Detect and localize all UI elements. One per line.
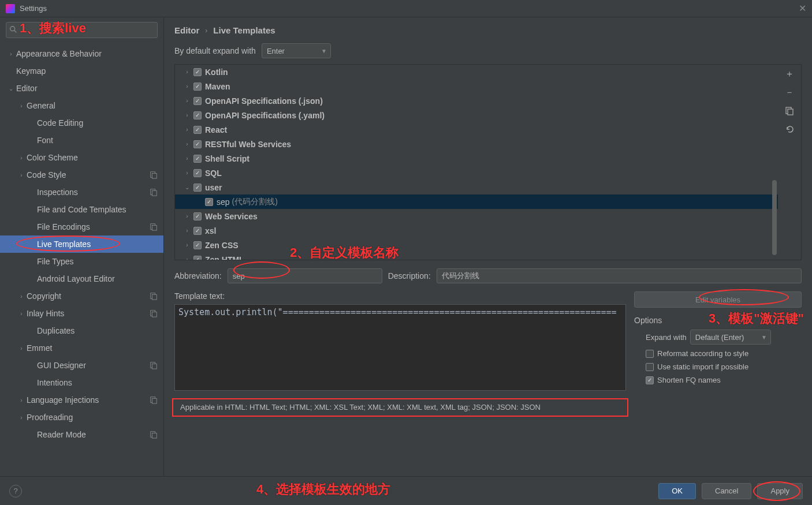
settings-sidebar: 1、搜索live ›Appearance & BehaviorKeymap⌄Ed…: [0, 17, 164, 476]
remove-template-icon[interactable]: －: [784, 87, 795, 98]
template-checkbox[interactable]: ✓: [193, 97, 202, 105]
template-checkbox[interactable]: ✓: [193, 212, 202, 220]
chevron-right-icon: ›: [205, 27, 207, 35]
breadcrumb-root[interactable]: Editor: [174, 25, 199, 35]
sidebar-item-font[interactable]: Font: [0, 132, 163, 149]
template-checkbox[interactable]: ✓: [193, 126, 202, 134]
cancel-button[interactable]: Cancel: [702, 483, 751, 499]
expand-with-label: Expand with: [646, 333, 687, 342]
template-checkbox[interactable]: ✓: [193, 184, 202, 192]
template-checkbox[interactable]: ✓: [193, 155, 202, 163]
abbreviation-label: Abbreviation:: [174, 271, 222, 280]
svg-rect-17: [152, 433, 157, 438]
sidebar-item-emmet[interactable]: ›Emmet: [0, 339, 163, 357]
chevron-icon: ›: [183, 69, 191, 75]
edit-variables-button[interactable]: Edit variables: [634, 291, 802, 308]
template-item-web-services[interactable]: ›✓Web Services: [175, 209, 778, 223]
static-import-checkbox[interactable]: [646, 363, 654, 371]
apply-button[interactable]: Apply: [757, 483, 803, 499]
settings-tree[interactable]: ›Appearance & BehaviorKeymap⌄Editor›Gene…: [0, 43, 163, 476]
chevron-icon: ›: [183, 213, 191, 219]
sidebar-item-gui-designer[interactable]: GUI Designer: [0, 357, 163, 374]
template-item-user[interactable]: ⌄✓user: [175, 180, 778, 194]
template-item-zen-html[interactable]: ›✓Zen HTML: [175, 252, 778, 260]
close-icon[interactable]: ✕: [799, 3, 806, 14]
sidebar-item-appearance-behavior[interactable]: ›Appearance & Behavior: [0, 45, 163, 62]
template-checkbox[interactable]: ✓: [193, 256, 202, 260]
template-text-input[interactable]: [174, 304, 626, 391]
sidebar-item-code-style[interactable]: ›Code Style: [0, 166, 163, 184]
sidebar-item-copyright[interactable]: ›Copyright: [0, 287, 163, 305]
sidebar-item-color-scheme[interactable]: ›Color Scheme: [0, 149, 163, 166]
abbreviation-input[interactable]: [228, 268, 382, 283]
sidebar-item-android-layout-editor[interactable]: Android Layout Editor: [0, 270, 163, 287]
svg-rect-13: [152, 364, 157, 369]
template-item-sql[interactable]: ›✓SQL: [175, 166, 778, 180]
sidebar-item-keymap[interactable]: Keymap: [0, 62, 163, 80]
template-item-openapi-specifications-yaml-[interactable]: ›✓OpenAPI Specifications (.yaml): [175, 108, 778, 122]
sidebar-item-inspections[interactable]: Inspections: [0, 184, 163, 201]
template-checkbox[interactable]: ✓: [193, 68, 202, 76]
project-badge-icon: [150, 431, 158, 439]
chevron-icon: ›: [183, 256, 191, 260]
sidebar-item-language-injections[interactable]: ›Language Injections: [0, 391, 163, 409]
shorten-fq-checkbox[interactable]: ✓: [646, 376, 654, 384]
template-item-xsl[interactable]: ›✓xsl: [175, 223, 778, 238]
template-checkbox[interactable]: ✓: [193, 169, 202, 177]
template-item-restful-web-services[interactable]: ›✓RESTful Web Services: [175, 137, 778, 151]
template-item-openapi-specifications-json-[interactable]: ›✓OpenAPI Specifications (.json): [175, 93, 778, 108]
sidebar-item-file-encodings[interactable]: File Encodings: [0, 218, 163, 235]
template-checkbox[interactable]: ✓: [193, 241, 202, 249]
template-item-sep[interactable]: ✓sep (代码分割线): [175, 194, 778, 209]
default-expand-label: By default expand with: [174, 46, 256, 55]
svg-rect-3: [152, 173, 157, 178]
copy-template-icon[interactable]: [784, 105, 795, 117]
template-checkbox[interactable]: ✓: [193, 140, 202, 148]
template-item-react[interactable]: ›✓React: [175, 122, 778, 137]
chevron-icon: ›: [183, 98, 191, 104]
chevron-down-icon: ▼: [761, 334, 767, 341]
template-toolbar: ＋ －: [778, 65, 801, 260]
chevron-icon: ⌄: [183, 184, 191, 190]
sidebar-item-code-editing[interactable]: Code Editing: [0, 114, 163, 132]
sidebar-item-live-templates[interactable]: Live Templates: [0, 235, 163, 253]
revert-template-icon[interactable]: [784, 124, 795, 135]
sidebar-item-file-and-code-templates[interactable]: File and Code Templates: [0, 201, 163, 218]
template-item-kotlin[interactable]: ›✓Kotlin: [175, 65, 778, 79]
sidebar-item-editor[interactable]: ⌄Editor: [0, 80, 163, 97]
add-template-icon[interactable]: ＋: [784, 68, 795, 80]
sidebar-item-inlay-hints[interactable]: ›Inlay Hints: [0, 305, 163, 322]
chevron-down-icon: ▼: [321, 48, 327, 54]
sidebar-item-proofreading[interactable]: ›Proofreading: [0, 409, 163, 426]
template-checkbox[interactable]: ✓: [193, 227, 202, 235]
chevron-icon: ›: [7, 51, 15, 57]
dialog-footer: ? OK Cancel Apply: [0, 476, 812, 505]
sidebar-item-general[interactable]: ›General: [0, 97, 163, 114]
template-checkbox[interactable]: ✓: [193, 83, 202, 91]
sidebar-item-reader-mode[interactable]: Reader Mode: [0, 426, 163, 443]
sidebar-item-duplicates[interactable]: Duplicates: [0, 322, 163, 339]
template-checkbox[interactable]: ✓: [205, 198, 213, 206]
expand-with-select[interactable]: Default (Enter) ▼: [690, 330, 771, 345]
template-item-shell-script[interactable]: ›✓Shell Script: [175, 151, 778, 166]
description-input[interactable]: [437, 268, 802, 283]
description-label: Description:: [388, 271, 431, 280]
project-badge-icon: [150, 223, 158, 231]
templates-list[interactable]: ›✓Kotlin›✓Maven›✓OpenAPI Specifications …: [175, 65, 778, 260]
help-icon[interactable]: ?: [9, 485, 22, 497]
project-badge-icon: [150, 361, 158, 369]
scrollbar[interactable]: [772, 180, 777, 255]
sidebar-item-intentions[interactable]: Intentions: [0, 374, 163, 391]
sidebar-item-file-types[interactable]: File Types: [0, 253, 163, 270]
app-logo-icon: [6, 4, 15, 13]
ok-button[interactable]: OK: [658, 483, 696, 499]
template-item-zen-css[interactable]: ›✓Zen CSS: [175, 238, 778, 252]
template-item-maven[interactable]: ›✓Maven: [175, 79, 778, 93]
template-checkbox[interactable]: ✓: [193, 111, 202, 119]
chevron-icon: ›: [17, 172, 25, 178]
project-badge-icon: [150, 309, 158, 317]
reformat-checkbox[interactable]: [646, 350, 654, 358]
default-expand-select[interactable]: Enter ▼: [262, 43, 331, 58]
applicable-contexts[interactable]: Applicable in HTML: HTML Text; HTML; XML…: [174, 398, 802, 416]
search-input[interactable]: [6, 22, 158, 38]
